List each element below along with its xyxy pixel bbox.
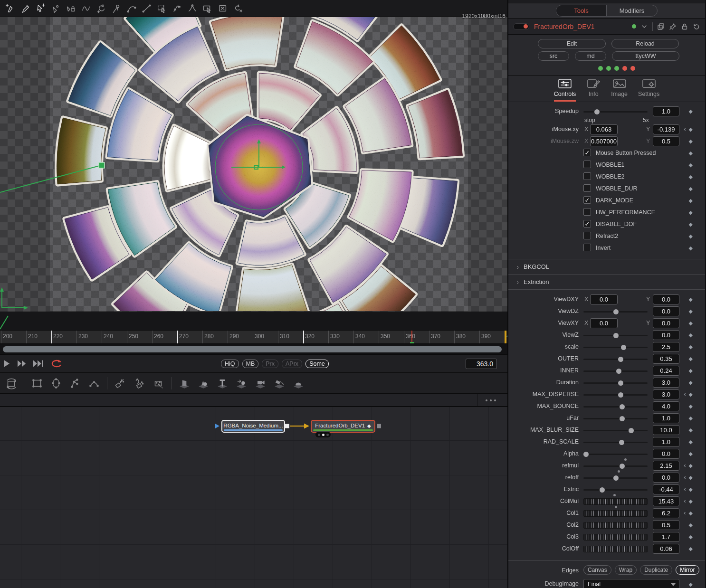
view-tab-settings[interactable]: Settings [638, 79, 659, 102]
marquee-select-icon[interactable] [155, 1, 169, 16]
param-slider[interactable] [583, 394, 648, 396]
keyframe-diamond-icon[interactable]: ◆ [689, 232, 693, 240]
param-slider[interactable] [583, 406, 648, 408]
quality-some-button[interactable]: Some [305, 360, 329, 368]
keyframe-diamond-icon[interactable]: ◆ [689, 197, 693, 204]
src-button[interactable]: src [538, 51, 569, 61]
param-value-field[interactable]: -0.44 [653, 484, 679, 494]
merge-3d-icon[interactable] [233, 375, 249, 391]
quality-prx-button[interactable]: Prx [262, 360, 278, 368]
edges-option-wrap[interactable]: Wrap [615, 565, 637, 575]
param-value-field[interactable]: 0.0 [653, 473, 679, 483]
slider-thumb[interactable] [620, 464, 625, 469]
checkbox[interactable] [583, 172, 591, 180]
spline-wave-icon[interactable] [79, 1, 93, 16]
play-button[interactable] [4, 360, 10, 368]
param-value-field[interactable]: 2.15 [653, 461, 679, 471]
skip-to-end-button[interactable] [33, 360, 44, 368]
checkbox[interactable] [583, 184, 591, 192]
s-curve-icon[interactable] [170, 1, 184, 16]
checkbox[interactable] [583, 208, 591, 216]
select-add-icon[interactable] [33, 1, 48, 16]
param-value-field[interactable]: 0.0 [653, 330, 679, 340]
edges-option-canvas[interactable]: Canvas [583, 565, 611, 575]
edges-option-duplicate[interactable]: Duplicate [640, 565, 672, 575]
keyframe-diamond-icon[interactable]: ◆ [689, 367, 693, 374]
x-value-field[interactable]: 0.0 [590, 294, 618, 304]
slider-thumb[interactable] [613, 309, 619, 314]
camera-3d-icon[interactable] [252, 375, 268, 391]
thumbwheel-slider[interactable] [583, 534, 648, 541]
y-value-field[interactable]: 0.0 [653, 294, 679, 304]
slider-thumb[interactable] [600, 487, 605, 493]
keyframe-diamond-icon[interactable]: ◆ [689, 209, 693, 216]
tab-tools[interactable]: Tools [556, 5, 607, 16]
particle-emitter-icon[interactable] [112, 375, 128, 391]
slider-thumb[interactable] [616, 369, 621, 374]
slider-thumb[interactable] [583, 452, 589, 457]
tool-enable-toggle[interactable] [513, 23, 529, 30]
shape-3d-icon[interactable] [195, 375, 211, 391]
image-plane-3d-icon[interactable] [176, 375, 192, 391]
slider-thumb[interactable] [621, 345, 626, 350]
param-value-field[interactable]: 3.0 [653, 389, 679, 399]
param-value-field[interactable]: 15.43 [653, 496, 679, 506]
keyframe-diamond-icon[interactable]: ◆ [689, 149, 693, 157]
section-header-bkgcol[interactable]: ›BKGCOL [508, 259, 705, 274]
draw-icon[interactable] [18, 1, 32, 16]
debug-image-dropdown[interactable]: Final [583, 579, 679, 588]
param-value-field[interactable]: 1.7 [653, 532, 679, 542]
loop-add-icon[interactable] [94, 1, 108, 16]
playhead[interactable] [411, 331, 412, 343]
line-icon[interactable] [140, 1, 154, 16]
keyframe-diamond-icon[interactable]: ◆ [689, 414, 693, 422]
curve-icon[interactable] [124, 1, 139, 16]
unlink-icon[interactable] [231, 1, 245, 16]
keyframe-diamond-icon[interactable]: ◆ [689, 107, 693, 115]
keyframe-diamond-icon[interactable]: ◆ [689, 173, 693, 180]
pin-icon[interactable] [669, 23, 677, 30]
keyframe-diamond-icon[interactable]: ◆ [689, 474, 693, 481]
chevron-down-icon[interactable] [640, 23, 648, 30]
param-slider[interactable] [583, 465, 648, 467]
pen-add-icon[interactable] [3, 1, 17, 16]
node-thumbnail-dots[interactable] [315, 432, 331, 437]
point-spike-icon[interactable] [185, 1, 200, 16]
param-value-field[interactable]: 10.0 [653, 425, 679, 435]
param-slider[interactable] [583, 335, 648, 336]
polygon-mask-icon[interactable] [67, 375, 83, 391]
lock-icon[interactable] [681, 23, 688, 30]
x-value-field[interactable]: 0.0 [590, 318, 618, 328]
slider-thumb[interactable] [620, 404, 625, 409]
view-tab-image[interactable]: Image [611, 79, 628, 102]
x-value-field[interactable]: 0.063 [590, 124, 618, 134]
node-fracturedorb[interactable]: FracturedOrb_DEV1◆ [311, 420, 375, 433]
param-value-field[interactable]: 0.0 [653, 449, 679, 459]
slider-thumb[interactable] [618, 392, 623, 398]
keyframe-diamond-icon[interactable]: ◆ [689, 295, 693, 303]
param-slider[interactable] [583, 311, 648, 313]
keyframe-diamond-icon[interactable]: ◆ [689, 402, 693, 410]
thumbwheel-slider[interactable] [583, 498, 648, 505]
checkbox[interactable] [583, 244, 591, 251]
y-value-field[interactable]: 0.5 [653, 136, 679, 146]
prev-key-icon[interactable]: ‹ [684, 509, 686, 517]
param-value-field[interactable]: 4.0 [653, 401, 679, 411]
node-graph[interactable]: RGBA_Noise_Medium...FracturedOrb_DEV1◆ [0, 407, 507, 588]
slider-thumb[interactable] [594, 109, 600, 114]
keyframe-diamond-icon[interactable]: ◆ [689, 244, 693, 252]
keyframe-diamond-icon[interactable]: ◆ [689, 580, 693, 588]
param-slider[interactable] [583, 359, 648, 360]
keyframe-diamond-icon[interactable]: ◆ [689, 533, 693, 541]
rectangle-mask-icon[interactable] [29, 375, 45, 391]
param-slider[interactable] [583, 454, 648, 455]
prev-key-icon[interactable]: ‹ [684, 462, 686, 469]
reset-history-icon[interactable] [693, 23, 700, 30]
keyframe-diamond-icon[interactable]: ◆ [689, 497, 693, 505]
light-3d-icon[interactable] [271, 375, 287, 391]
keyframe-diamond-icon[interactable]: ◆ [689, 125, 693, 133]
slider-thumb[interactable] [618, 380, 623, 386]
keyframe-diamond-icon[interactable]: ◆ [689, 485, 693, 493]
keyframe-diamond-icon[interactable]: ◆ [689, 438, 693, 446]
slider-thumb[interactable] [619, 440, 624, 445]
